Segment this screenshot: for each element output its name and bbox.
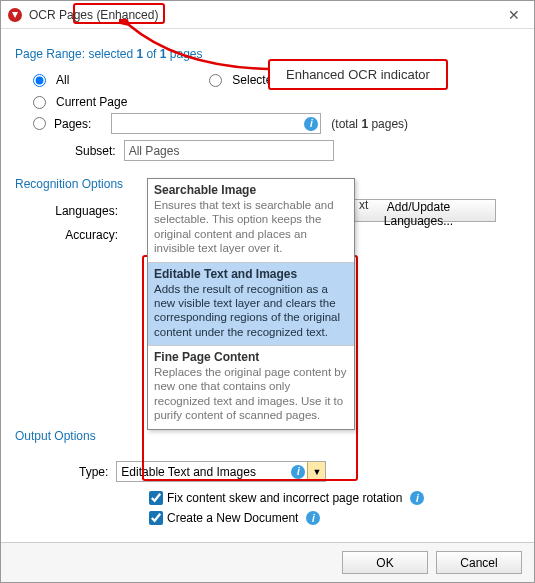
- checkbox-fix-skew[interactable]: [149, 491, 163, 505]
- info-icon[interactable]: i: [326, 73, 340, 87]
- close-icon[interactable]: ✕: [500, 5, 528, 25]
- pr-suffix: pages: [166, 47, 202, 61]
- window-title: OCR Pages (Enhanced): [29, 8, 158, 22]
- pages-input[interactable]: i: [111, 113, 321, 134]
- radio-current-page[interactable]: [33, 96, 46, 109]
- label-selected-pages: Selected Pages: [232, 73, 316, 87]
- languages-label: Languages:: [53, 204, 118, 218]
- option-editable-text-images[interactable]: Editable Text and Images Adds the result…: [148, 262, 354, 346]
- opt-desc: Adds the result of recognition as a new …: [154, 282, 348, 340]
- label-current-page: Current Page: [56, 95, 127, 109]
- type-label: Type:: [79, 465, 108, 479]
- option-searchable-image[interactable]: Searchable Image Ensures that text is se…: [148, 179, 354, 262]
- dialog-footer: OK Cancel: [1, 542, 534, 582]
- info-icon[interactable]: i: [291, 465, 305, 479]
- checkbox-create-new[interactable]: [149, 511, 163, 525]
- type-dropdown-popup: Searchable Image Ensures that text is se…: [147, 178, 355, 430]
- app-icon: [7, 7, 23, 23]
- total-pages-label: (total 1 pages): [331, 117, 408, 131]
- output-section: Output Options: [15, 429, 96, 451]
- pr-prefix: Page Range: selected: [15, 47, 136, 61]
- type-row-wrap: Type: Editable Text and Images i ▼: [79, 461, 326, 482]
- opt-title: Searchable Image: [154, 183, 348, 197]
- clipped-text-fragment: xt: [359, 198, 368, 212]
- radio-pages[interactable]: [33, 117, 46, 130]
- tp1: (total: [331, 117, 361, 131]
- page-range-header: Page Range: selected 1 of 1 pages: [15, 47, 522, 61]
- info-icon[interactable]: i: [306, 511, 320, 525]
- radio-selected-pages[interactable]: [209, 74, 222, 87]
- subset-select[interactable]: All Pages: [124, 140, 334, 161]
- label-all: All: [56, 73, 69, 87]
- label-pages: Pages:: [54, 117, 91, 131]
- radio-all[interactable]: [33, 74, 46, 87]
- info-icon[interactable]: i: [410, 491, 424, 505]
- title-enhanced-suffix: (Enhanced): [96, 8, 158, 22]
- subset-value: All Pages: [129, 144, 180, 158]
- title-base: OCR Pages: [29, 8, 93, 22]
- cancel-button[interactable]: Cancel: [436, 551, 522, 574]
- pr-mid: of: [143, 47, 160, 61]
- option-fine-page-content[interactable]: Fine Page Content Replaces the original …: [148, 345, 354, 429]
- opt-title: Editable Text and Images: [154, 267, 348, 281]
- type-value: Editable Text and Images: [117, 465, 287, 479]
- info-icon[interactable]: i: [304, 117, 318, 131]
- accuracy-label: Accuracy:: [53, 228, 118, 242]
- titlebar: OCR Pages (Enhanced) ✕: [1, 1, 534, 29]
- subset-label: Subset:: [75, 144, 116, 158]
- label-create-new: Create a New Document: [167, 511, 298, 525]
- opt-title: Fine Page Content: [154, 350, 348, 364]
- type-select[interactable]: Editable Text and Images i ▼: [116, 461, 326, 482]
- chevron-down-icon[interactable]: ▼: [307, 462, 325, 481]
- label-fix-skew: Fix content skew and incorrect page rota…: [167, 491, 402, 505]
- tp3: pages): [368, 117, 408, 131]
- opt-desc: Ensures that text is searchable and sele…: [154, 198, 348, 256]
- opt-desc: Replaces the original page content by ne…: [154, 365, 348, 423]
- ok-button[interactable]: OK: [342, 551, 428, 574]
- output-header: Output Options: [15, 429, 96, 443]
